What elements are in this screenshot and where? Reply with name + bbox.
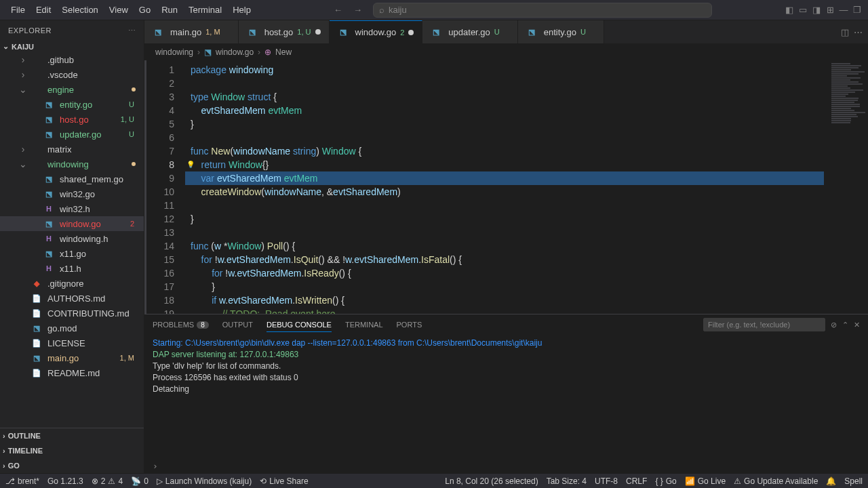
outline-section[interactable]: ›OUTLINE <box>0 428 144 443</box>
tree-item-engine[interactable]: ⌄engine <box>0 82 144 97</box>
tree-item-CONTRIBUTING-md[interactable]: 📄CONTRIBUTING.md <box>0 306 144 321</box>
status-launch[interactable]: ▷ Launch Windows (kaiju) <box>157 476 252 486</box>
status-cursor[interactable]: Ln 8, Col 20 (26 selected) <box>445 476 538 486</box>
menu-help[interactable]: Help <box>227 2 256 18</box>
status-encoding[interactable]: UTF-8 <box>595 476 618 486</box>
nav-forward-icon[interactable]: → <box>353 5 362 15</box>
split-editor-icon[interactable]: ◫ <box>841 27 849 37</box>
tree-item-matrix[interactable]: ›matrix <box>0 142 144 157</box>
search-icon: ⌕ <box>379 5 384 15</box>
layout-primary-icon[interactable]: ◧ <box>784 5 795 16</box>
status-lang[interactable]: { } Go <box>655 476 676 486</box>
status-go-version[interactable]: Go 1.21.3 <box>47 476 83 486</box>
tree-item-win32-h[interactable]: Hwin32.h <box>0 201 144 216</box>
go-icon: ⬔ <box>43 114 54 125</box>
menu-file[interactable]: File <box>5 2 31 18</box>
breadcrumbs[interactable]: windowing › ⬔ window.go › ⊕ New <box>144 44 868 60</box>
breadcrumb-item[interactable]: windowing <box>155 47 193 57</box>
file-tree[interactable]: ›.github›.vscode⌄engine⬔entity.goU⬔host.… <box>0 52 144 428</box>
tree-item-entity-go[interactable]: ⬔entity.goU <box>0 97 144 112</box>
minimap[interactable] <box>824 60 868 314</box>
layout-sidebar-icon[interactable]: ◨ <box>811 5 822 16</box>
explorer-more-icon[interactable]: ⋯ <box>128 26 136 35</box>
menu-edit[interactable]: Edit <box>31 2 56 18</box>
menu-selection[interactable]: Selection <box>56 2 103 18</box>
tab-window-go[interactable]: ⬔window.go2 <box>330 20 423 43</box>
layout-custom-icon[interactable]: ⊞ <box>825 5 835 16</box>
tab-host-go[interactable]: ⬔host.go1, U <box>239 20 330 43</box>
status-eol[interactable]: CRLF <box>626 476 647 486</box>
restore-icon[interactable]: ❐ <box>852 5 863 16</box>
status-bell-icon[interactable]: 🔔 <box>826 476 836 486</box>
status-update[interactable]: ⚠ Go Update Available <box>734 476 818 486</box>
tab-debug-console[interactable]: DEBUG CONSOLE <box>267 318 332 332</box>
tree-item-README-md[interactable]: 📄README.md <box>0 365 144 380</box>
tab-ports[interactable]: PORTS <box>397 318 422 331</box>
tree-item-host-go[interactable]: ⬔host.go1, U <box>0 112 144 127</box>
folder-icon <box>31 69 42 80</box>
tree-item-windowing-h[interactable]: Hwindowing.h <box>0 231 144 246</box>
breadcrumb-item[interactable]: New <box>275 47 292 57</box>
tree-item-main-go[interactable]: ⬔main.go1, M <box>0 350 144 365</box>
debug-console-output[interactable]: Starting: C:\Users\brent\go\bin\dlv.exe … <box>144 335 868 458</box>
chevron-up-icon[interactable]: ⌃ <box>842 321 848 329</box>
tree-item-window-go[interactable]: ⬔window.go2 <box>0 216 144 231</box>
panel-filter-input[interactable]: Filter (e.g. text, !exclude) <box>703 318 825 331</box>
close-panel-icon[interactable]: ✕ <box>854 321 860 329</box>
tree-item-x11-go[interactable]: ⬔x11.go <box>0 246 144 261</box>
tree-item-windowing[interactable]: ⌄windowing <box>0 157 144 171</box>
lightbulb-icon[interactable]: 💡 <box>186 158 195 171</box>
tree-item-LICENSE[interactable]: 📄LICENSE <box>0 336 144 350</box>
go-icon: ⬔ <box>31 323 42 333</box>
menu-go[interactable]: Go <box>134 2 156 18</box>
tree-item--gitignore[interactable]: ◆.gitignore <box>0 276 144 291</box>
command-center[interactable]: ⌕ kaiju <box>373 3 712 18</box>
go-icon: ⬔ <box>43 188 54 199</box>
go-section[interactable]: ›GO <box>0 458 144 473</box>
h-icon: H <box>43 233 54 244</box>
status-liveshare[interactable]: ⟲ Live Share <box>260 476 308 486</box>
menu-terminal[interactable]: Terminal <box>183 2 227 18</box>
tab-main-go[interactable]: ⬔main.go1, M <box>144 20 239 43</box>
tree-item-go-mod[interactable]: ⬔go.mod <box>0 321 144 336</box>
menu-view[interactable]: View <box>104 2 134 18</box>
tab-terminal[interactable]: TERMINAL <box>345 318 383 331</box>
tree-item--vscode[interactable]: ›.vscode <box>0 67 144 82</box>
tab-updater-go[interactable]: ⬔updater.goU <box>422 20 517 43</box>
project-name: KAIJU <box>12 43 34 51</box>
tab-entity-go[interactable]: ⬔entity.goU <box>518 20 604 43</box>
more-icon[interactable]: ⋯ <box>854 27 863 37</box>
debug-input[interactable]: › <box>144 458 868 473</box>
go-icon: ⬔ <box>43 174 54 184</box>
status-problems[interactable]: ⊗ 2 ⚠ 4 <box>92 476 123 486</box>
layout-panel-icon[interactable]: ▭ <box>797 5 808 16</box>
tree-item-shared_mem-go[interactable]: ⬔shared_mem.go <box>0 171 144 186</box>
dirty-dot-icon <box>315 29 321 35</box>
chevron-down-icon: ⌄ <box>3 42 9 51</box>
tree-item-x11-h[interactable]: Hx11.h <box>0 261 144 276</box>
clear-icon[interactable]: ⊘ <box>831 321 837 329</box>
project-root[interactable]: ⌄ KAIJU <box>0 41 144 52</box>
tab-problems[interactable]: PROBLEMS8 <box>153 318 209 331</box>
nav-back-icon[interactable]: ← <box>334 5 342 15</box>
status-branch[interactable]: ⎇ brent* <box>5 476 39 486</box>
status-ports[interactable]: 📡 0 <box>131 476 149 486</box>
status-indent[interactable]: Tab Size: 4 <box>547 476 587 486</box>
status-golive[interactable]: 📶 Go Live <box>685 476 726 486</box>
go-file-icon: ⬔ <box>431 26 441 37</box>
tree-item-updater-go[interactable]: ⬔updater.goU <box>0 127 144 142</box>
tree-item-win32-go[interactable]: ⬔win32.go <box>0 186 144 201</box>
folder-icon <box>31 159 42 169</box>
tab-output[interactable]: OUTPUT <box>222 318 253 331</box>
tree-item--github[interactable]: ›.github <box>0 52 144 67</box>
editor-body[interactable]: 12345678910111213141516171819 package wi… <box>144 60 868 314</box>
status-spell[interactable]: Spell <box>844 476 863 486</box>
minimize-icon[interactable]: — <box>838 5 849 16</box>
breadcrumb-item[interactable]: window.go <box>216 47 254 57</box>
timeline-section[interactable]: ›TIMELINE <box>0 443 144 458</box>
bottom-panel: PROBLEMS8 OUTPUT DEBUG CONSOLE TERMINAL … <box>144 314 868 473</box>
chevron-right-icon: › <box>18 144 28 155</box>
tree-item-AUTHORS-md[interactable]: 📄AUTHORS.md <box>0 291 144 306</box>
menu-run[interactable]: Run <box>156 2 183 18</box>
code-content[interactable]: package windowingtype Window struct { ev… <box>185 60 824 314</box>
